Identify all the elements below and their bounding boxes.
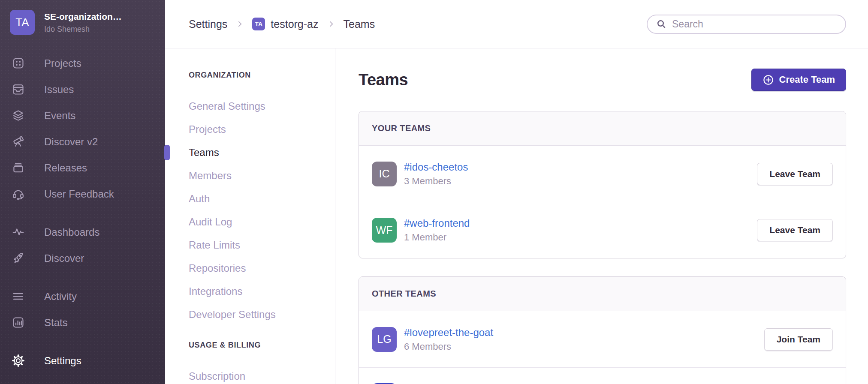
pulse-icon [12,225,25,239]
settings-nav-item-developer-settings[interactable]: Developer Settings [189,303,335,326]
sidebar-item-dashboards[interactable]: Dashboards [0,219,165,245]
team-avatar: WF [372,218,397,243]
sidebar-item-label: Discover v2 [44,136,98,148]
breadcrumb-org[interactable]: TA testorg-az [252,18,318,30]
telescope-icon [12,135,25,148]
search-box[interactable] [647,15,846,34]
settings-nav-item-general-settings[interactable]: General Settings [189,95,335,118]
sidebar-item-projects[interactable]: Projects [0,50,165,76]
leave-team-button[interactable]: Leave Team [757,219,833,241]
settings-nav-heading-organization: ORGANIZATION [189,71,335,80]
breadcrumb: Settings TA testorg-az Teams [189,18,375,30]
org-meta: SE-organization… Ido Shemesh [44,10,122,35]
search-input[interactable] [672,18,838,30]
settings-nav-item-subscription[interactable]: Subscription [189,365,335,384]
headset-icon [12,187,25,201]
main-content: Teams Create Team YOUR TEAMS IC #idos-ch… [336,49,868,384]
your-teams-heading: YOUR TEAMS [359,111,846,146]
other-teams-panel: OTHER TEAMS LG #lovepreet-the-goat 6 Mem… [359,276,846,384]
breadcrumb-settings[interactable]: Settings [189,18,227,30]
other-teams-heading: OTHER TEAMS [359,277,846,311]
settings-nav-item-repositories[interactable]: Repositories [189,257,335,280]
sidebar-item-label: Stats [44,317,68,329]
releases-icon [12,161,25,174]
gear-icon [12,354,25,367]
team-row-idos-cheetos: IC #idos-cheetos 3 Members Leave Team [359,146,846,202]
sidebar-item-label: User Feedback [44,188,114,200]
settings-nav-item-auth[interactable]: Auth [189,187,335,210]
title-row: Teams Create Team [359,68,846,91]
org-badge: TA [252,18,265,30]
join-team-button[interactable]: Join Team [764,328,833,351]
chevron-right-icon [235,20,244,28]
team-members-count: 6 Members [404,341,764,352]
settings-nav-item-audit-log[interactable]: Audit Log [189,210,335,234]
team-name-link[interactable]: #web-frontend [404,217,470,229]
sidebar-item-settings[interactable]: Settings [0,348,165,374]
team-row-web-frontend: WF #web-frontend 1 Member Leave Team [359,202,846,258]
issues-icon [12,83,25,96]
create-team-button[interactable]: Create Team [751,69,846,91]
settings-nav-item-projects[interactable]: Projects [189,118,335,141]
org-switcher[interactable]: TA SE-organization… Ido Shemesh [0,0,165,35]
sidebar-item-label: Settings [44,355,81,367]
top-bar: Settings TA testorg-az Teams [165,0,868,48]
settings-nav-item-integrations[interactable]: Integrations [189,280,335,303]
team-info: #lovepreet-the-goat 6 Members [404,327,764,352]
sidebar-item-events[interactable]: Events [0,102,165,129]
sidebar-item-stats[interactable]: Stats [0,309,165,336]
team-name-link[interactable]: #lovepreet-the-goat [404,327,493,339]
search-icon [656,19,666,29]
team-row-lovepreet-the-goat: LG #lovepreet-the-goat 6 Members Join Te… [359,311,846,367]
projects-icon [12,57,25,70]
settings-nav-heading-usage-billing: USAGE & BILLING [189,341,335,350]
sidebar-item-user-feedback[interactable]: User Feedback [0,181,165,207]
sidebar-item-discover[interactable]: Discover [0,245,165,271]
bar-chart-icon [12,316,25,329]
create-team-label: Create Team [779,74,835,85]
active-route-indicator [164,145,170,160]
sidebar-item-label: Releases [44,162,87,174]
breadcrumb-org-label: testorg-az [271,18,318,30]
list-lines-icon [12,290,25,303]
team-info: #web-frontend 1 Member [404,217,757,243]
sidebar-item-discover-v2[interactable]: Discover v2 [0,129,165,155]
page-title: Teams [359,71,408,89]
sidebar-item-activity[interactable]: Activity [0,283,165,309]
settings-nav-item-teams[interactable]: Teams [189,141,335,164]
events-icon [12,109,25,122]
team-avatar: LG [372,327,397,352]
rocket-icon [12,252,25,265]
app-sidebar: TA SE-organization… Ido Shemesh Projects [0,0,165,384]
sidebar-item-issues[interactable]: Issues [0,76,165,102]
your-teams-panel: YOUR TEAMS IC #idos-cheetos 3 Members Le… [359,111,846,258]
team-members-count: 1 Member [404,232,757,243]
sidebar-item-releases[interactable]: Releases [0,155,165,181]
team-info: #idos-cheetos 3 Members [404,161,757,187]
settings-nav-item-rate-limits[interactable]: Rate Limits [189,234,335,257]
leave-team-button[interactable]: Leave Team [757,163,833,185]
sidebar-item-label: Discover [44,252,84,264]
sidebar-item-label: Events [44,110,75,122]
sidebar-item-label: Projects [44,57,81,69]
team-name-link[interactable]: #idos-cheetos [404,161,468,173]
sidebar-item-label: Dashboards [44,226,99,238]
sidebar-item-label: Issues [44,84,74,96]
org-user-name: Ido Shemesh [44,25,122,34]
breadcrumb-current: Teams [344,18,375,30]
sidebar-nav: Projects Issues Events [0,50,165,374]
team-members-count: 3 Members [404,176,757,187]
team-row-partial [359,367,846,384]
org-name: SE-organization… [44,12,122,22]
sidebar-item-label: Activity [44,291,77,303]
chevron-right-icon [327,20,335,28]
team-avatar: IC [372,162,397,186]
plus-circle-icon [763,74,774,86]
settings-secondary-nav: ORGANIZATION General Settings Projects T… [165,48,335,384]
settings-nav-item-members[interactable]: Members [189,164,335,187]
org-avatar: TA [10,10,35,35]
